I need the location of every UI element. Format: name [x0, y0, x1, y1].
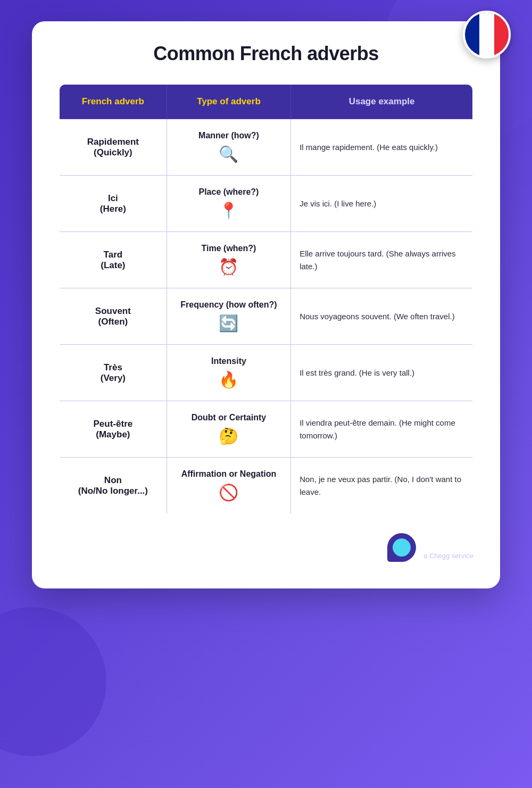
table-row: Peut-être (Maybe)Doubt or Certainty🤔Il v…	[59, 401, 473, 458]
cell-french-5: Peut-être (Maybe)	[59, 401, 167, 458]
table-row: Souvent (Often)Frequency (how often?)🔄No…	[59, 288, 473, 345]
cell-type-5: Doubt or Certainty🤔	[167, 401, 290, 458]
cell-usage-1: Je vis ici. (I live here.)	[291, 176, 473, 232]
cell-french-3: Souvent (Often)	[59, 288, 167, 345]
type-emoji-3: 🔄	[176, 314, 282, 333]
cell-usage-0: Il mange rapidement. (He eats quickly.)	[291, 119, 473, 176]
type-label-2: Time (when?)	[176, 244, 282, 253]
flag-red	[494, 13, 509, 56]
adverbs-table: French adverb Type of adverb Usage examp…	[59, 84, 473, 515]
flag-white	[479, 13, 494, 56]
cell-french-0: Rapidement (Quickly)	[59, 119, 167, 176]
type-emoji-5: 🤔	[176, 427, 282, 445]
col-header-usage: Usage example	[291, 84, 473, 119]
type-label-6: Affirmation or Negation	[176, 469, 282, 479]
cell-usage-2: Elle arrive toujours tard. (She always a…	[291, 232, 473, 288]
cell-french-6: Non (No/No longer...)	[59, 458, 167, 515]
french-flag	[463, 11, 511, 59]
type-label-5: Doubt or Certainty	[176, 413, 282, 422]
cell-type-4: Intensity🔥	[167, 345, 290, 401]
busuu-brand-name: Busuu	[423, 536, 473, 551]
cell-usage-3: Nous voyageons souvent. (We often travel…	[291, 288, 473, 345]
page-title: Common French adverbs	[59, 43, 473, 65]
cell-french-2: Tard (Late)	[59, 232, 167, 288]
busuu-text: Busuu a Chegg service	[423, 536, 473, 560]
table-row: Tard (Late)Time (when?)⏰Elle arrive touj…	[59, 232, 473, 288]
type-emoji-1: 📍	[176, 201, 282, 220]
type-label-0: Manner (how?)	[176, 131, 282, 140]
table-row: Très (Very)Intensity🔥Il est très grand. …	[59, 345, 473, 401]
cell-usage-6: Non, je ne veux pas partir. (No, I don't…	[291, 458, 473, 515]
type-emoji-2: ⏰	[176, 258, 282, 276]
busuu-logo-bubble	[387, 533, 416, 562]
busuu-tagline: a Chegg service	[423, 552, 473, 560]
table-row: Rapidement (Quickly)Manner (how?)🔍Il man…	[59, 119, 473, 176]
cell-french-1: Ici (Here)	[59, 176, 167, 232]
busuu-logo-inner	[393, 538, 411, 557]
cell-type-0: Manner (how?)🔍	[167, 119, 290, 176]
type-emoji-6: 🚫	[176, 483, 282, 502]
type-label-4: Intensity	[176, 356, 282, 366]
type-emoji-4: 🔥	[176, 370, 282, 389]
cell-usage-5: Il viendra peut-être demain. (He might c…	[291, 401, 473, 458]
cell-type-6: Affirmation or Negation🚫	[167, 458, 290, 515]
col-header-type: Type of adverb	[167, 84, 290, 119]
busuu-footer: Busuu a Chegg service	[59, 533, 473, 562]
type-emoji-0: 🔍	[176, 145, 282, 163]
table-header-row: French adverb Type of adverb Usage examp…	[59, 84, 473, 119]
cell-french-4: Très (Very)	[59, 345, 167, 401]
col-header-french: French adverb	[59, 84, 167, 119]
type-label-3: Frequency (how often?)	[176, 300, 282, 310]
table-row: Non (No/No longer...)Affirmation or Nega…	[59, 458, 473, 515]
cell-type-3: Frequency (how often?)🔄	[167, 288, 290, 345]
main-card: Common French adverbs French adverb Type…	[32, 21, 500, 588]
cell-usage-4: Il est très grand. (He is very tall.)	[291, 345, 473, 401]
type-label-1: Place (where?)	[176, 187, 282, 197]
cell-type-2: Time (when?)⏰	[167, 232, 290, 288]
cell-type-1: Place (where?)📍	[167, 176, 290, 232]
table-row: Ici (Here)Place (where?)📍Je vis ici. (I …	[59, 176, 473, 232]
